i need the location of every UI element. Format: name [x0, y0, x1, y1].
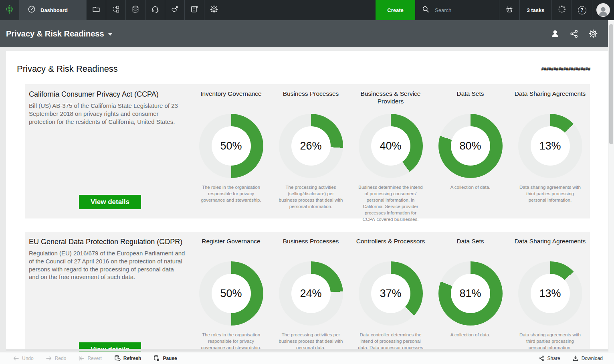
user-icon	[550, 29, 560, 38]
help-button[interactable]: ?	[572, 0, 592, 20]
tab-dashboard-label: Dashboard	[40, 7, 68, 13]
download-button[interactable]: Download	[572, 355, 603, 362]
nav-headset-button[interactable]	[145, 0, 165, 20]
share-button[interactable]: Share	[538, 355, 560, 362]
metric-label: Data Sharing Agreements	[510, 90, 590, 110]
dashboard-title-dropdown[interactable]: Privacy & Risk Readiness	[6, 29, 112, 38]
card-title: California Consumer Privacy Act (CCPA)	[29, 90, 186, 99]
dashboard-gauge-icon	[27, 5, 36, 15]
metric-caption: Data sharing agreements with third parti…	[510, 184, 590, 203]
pause-button[interactable]: Pause	[153, 355, 177, 362]
donut-chart: 80%	[438, 114, 503, 178]
refresh-button[interactable]: Refresh	[114, 355, 141, 362]
donut-chart: 81%	[438, 261, 503, 326]
bottom-toolbar: Undo Redo Revert Refresh	[0, 352, 614, 364]
search-input[interactable]	[435, 7, 495, 13]
dashboard-settings-button[interactable]	[588, 29, 598, 38]
app-logo[interactable]	[0, 0, 19, 20]
scrollbar-thumb[interactable]	[609, 24, 613, 144]
donut-value: 26%	[300, 140, 321, 152]
gdpr-card: EU General Data Protection Regulation (G…	[25, 232, 590, 352]
share-icon	[570, 29, 579, 38]
metric-data-sets: Data Sets 81% A collection of data.	[430, 232, 510, 352]
ccpa-card: California Consumer Privacy Act (CCPA) B…	[25, 84, 590, 218]
nav-settings-button[interactable]	[204, 0, 224, 20]
revert-icon	[78, 355, 85, 362]
dashboard-title: Privacy & Risk Readiness	[6, 29, 104, 38]
page-title: Privacy & Risk Readiness	[17, 64, 118, 74]
metric-caption: The roles in the organisation responsibl…	[191, 332, 271, 351]
database-icon	[131, 5, 140, 15]
donut-value: 80%	[459, 140, 481, 152]
metric-businesses-service-providers: Businesses & Service Providers 40% Busin…	[351, 84, 430, 218]
metric-data-sets: Data Sets 80% A collection of data.	[430, 84, 510, 218]
redo-button[interactable]: Redo	[46, 355, 67, 362]
metric-business-processes: Business Processes 26% The processing ac…	[271, 84, 351, 218]
metric-caption: Data sharing agreements with third parti…	[510, 332, 590, 351]
metric-caption: The roles in the organisation responsibl…	[191, 184, 271, 203]
overflow-hash-text: ####################	[541, 67, 590, 71]
gear-icon	[588, 29, 598, 38]
card-description: Bill (US) AB-375 of the California State…	[29, 102, 186, 125]
help-icon: ?	[578, 6, 586, 14]
metric-label: Data Sharing Agreements	[510, 237, 590, 257]
metric-label: Register Governance	[191, 237, 271, 257]
horizontal-scrollbar[interactable]	[6, 349, 608, 352]
history-controls: Undo Redo Revert Refresh	[13, 355, 177, 362]
metric-register-governance: Register Governance 50% The roles in the…	[191, 232, 271, 352]
undo-button[interactable]: Undo	[13, 355, 34, 362]
dashboard-actions	[550, 29, 598, 38]
nav-traceability-button[interactable]	[106, 0, 125, 20]
pause-data-icon	[153, 355, 160, 362]
page-head: Privacy & Risk Readiness ###############…	[6, 51, 608, 84]
collibra-logo-icon	[4, 4, 15, 16]
metric-data-sharing-agreements: Data Sharing Agreements 13% Data sharing…	[510, 232, 590, 352]
metric-inventory-governance: Inventory Governance 50% The roles in th…	[191, 84, 271, 218]
activity-indicator	[551, 0, 572, 20]
gear-icon	[210, 5, 218, 15]
share-icon	[538, 355, 545, 362]
nav-script-button[interactable]	[184, 0, 204, 20]
nav-folder-button[interactable]	[86, 0, 106, 20]
traceability-icon	[111, 5, 120, 15]
chevron-down-icon	[108, 33, 112, 36]
donut-value: 13%	[539, 287, 561, 300]
search-icon	[422, 5, 430, 15]
nav-database-button[interactable]	[125, 0, 145, 20]
donut-value: 37%	[380, 287, 401, 300]
download-icon	[572, 355, 579, 362]
metric-label: Business Processes	[271, 90, 351, 110]
dashboard-header: Privacy & Risk Readiness	[0, 20, 614, 47]
donut-value: 24%	[300, 287, 321, 300]
export-controls: Share Download	[538, 355, 603, 362]
global-search[interactable]	[415, 0, 499, 20]
vertical-scrollbar[interactable]	[608, 20, 614, 352]
basket-button[interactable]	[499, 0, 519, 20]
metric-caption: A collection of data.	[430, 184, 510, 190]
metric-label: Inventory Governance	[191, 90, 271, 110]
metric-label: Business Processes	[271, 237, 351, 257]
donut-value: 50%	[220, 287, 242, 300]
refresh-data-icon	[114, 355, 121, 362]
nav-integration-button[interactable]	[165, 0, 184, 20]
user-permissions-button[interactable]	[550, 29, 560, 38]
user-menu[interactable]	[592, 0, 614, 20]
script-icon	[190, 5, 199, 15]
metric-label: Businesses & Service Providers	[351, 90, 430, 110]
donut-chart: 26%	[279, 114, 343, 178]
card-description: Regulation (EU) 2016/679 of the European…	[29, 249, 186, 281]
integration-arrows-icon	[170, 5, 179, 15]
donut-chart: 13%	[518, 114, 582, 178]
create-button[interactable]: Create	[376, 0, 415, 20]
metric-data-sharing-agreements: Data Sharing Agreements 13% Data sharing…	[510, 84, 590, 218]
share-dashboard-button[interactable]	[570, 29, 579, 38]
metric-caption: A collection of data.	[430, 332, 510, 338]
ccpa-card-info: California Consumer Privacy Act (CCPA) B…	[25, 84, 191, 218]
tab-dashboard[interactable]: Dashboard	[19, 0, 86, 20]
revert-button[interactable]: Revert	[78, 355, 101, 362]
tasks-button[interactable]: 3 tasks	[519, 0, 551, 20]
donut-value: 13%	[539, 140, 561, 152]
donut-value: 40%	[380, 140, 401, 152]
dashboard-panel: Privacy & Risk Readiness ###############…	[6, 51, 608, 352]
ccpa-view-details-button[interactable]: View details	[79, 195, 141, 209]
